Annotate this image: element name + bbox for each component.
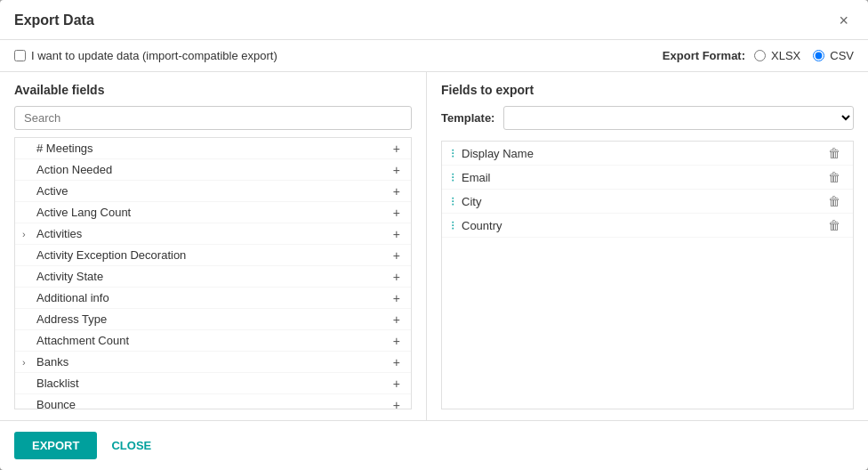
import-compatible-checkbox-label[interactable]: I want to update data (import-compatible…	[14, 49, 277, 62]
field-label: Banks	[36, 355, 390, 369]
add-field-button[interactable]: +	[390, 207, 404, 219]
fields-to-export-title: Fields to export	[441, 83, 854, 97]
export-field-label: Display Name	[462, 147, 824, 160]
available-field-item: › # Meetings +	[15, 138, 411, 159]
delete-field-button[interactable]: 🗑	[824, 195, 844, 207]
export-field-item: ⁝ Display Name 🗑	[442, 142, 853, 166]
add-field-button[interactable]: +	[390, 249, 404, 262]
export-field-item: ⁝ Country 🗑	[442, 214, 853, 238]
available-field-item: › Activities +	[15, 223, 411, 245]
field-label: Activities	[36, 227, 390, 240]
field-label: Bounce	[36, 398, 390, 409]
delete-field-button[interactable]: 🗑	[824, 219, 844, 231]
field-label: Active	[36, 184, 390, 198]
field-label: Attachment Count	[36, 334, 390, 347]
field-label: Activity Exception Decoration	[36, 248, 390, 262]
field-label: Activity State	[36, 270, 390, 283]
drag-handle-icon[interactable]: ⁝	[451, 194, 454, 208]
expand-icon[interactable]: ›	[22, 357, 35, 368]
modal-body: Available fields › # Meetings + › Action…	[0, 72, 868, 420]
template-label: Template:	[441, 111, 494, 125]
export-fields-list: ⁝ Display Name 🗑 ⁝ Email 🗑 ⁝ City 🗑 ⁝ Co…	[441, 141, 854, 409]
add-field-button[interactable]: +	[390, 142, 404, 155]
available-field-item: › Action Needed +	[15, 159, 411, 181]
expand-icon[interactable]: ›	[22, 229, 35, 239]
field-label: # Meetings	[36, 142, 390, 155]
export-field-item: ⁝ Email 🗑	[442, 166, 853, 190]
delete-field-button[interactable]: 🗑	[824, 147, 844, 159]
template-row: Template:	[441, 106, 854, 130]
drag-handle-icon[interactable]: ⁝	[451, 170, 454, 184]
export-field-label: City	[462, 195, 824, 208]
modal-header: Export Data ×	[0, 0, 868, 40]
add-field-button[interactable]: +	[390, 399, 404, 410]
available-field-item: › Address Type +	[15, 309, 411, 330]
field-label: Address Type	[36, 312, 390, 326]
available-field-item: › Active +	[15, 181, 411, 202]
field-label: Active Lang Count	[36, 206, 390, 219]
field-label: Action Needed	[36, 163, 390, 176]
available-fields-list: › # Meetings + › Action Needed + › Activ…	[14, 137, 412, 409]
delete-field-button[interactable]: 🗑	[824, 171, 844, 183]
modal-close-button[interactable]: ×	[833, 11, 854, 30]
available-field-item: › Activity Exception Decoration +	[15, 245, 411, 266]
export-format-section: Export Format: XLSX CSV	[663, 49, 854, 62]
modal-title: Export Data	[14, 12, 94, 28]
add-field-button[interactable]: +	[390, 313, 404, 326]
export-field-item: ⁝ City 🗑	[442, 190, 853, 214]
search-input[interactable]	[14, 106, 412, 130]
add-field-button[interactable]: +	[390, 228, 404, 240]
drag-handle-icon[interactable]: ⁝	[451, 218, 454, 232]
available-field-item: › Additional info +	[15, 288, 411, 309]
close-button[interactable]: CLOSE	[108, 432, 155, 459]
import-compatible-checkbox[interactable]	[14, 50, 26, 61]
csv-radio[interactable]	[813, 50, 824, 61]
export-format-radio-group: XLSX CSV	[754, 49, 854, 62]
add-field-button[interactable]: +	[390, 335, 404, 347]
modal-footer: EXPORT CLOSE	[0, 420, 868, 470]
export-field-label: Country	[462, 219, 824, 232]
available-fields-title: Available fields	[14, 83, 412, 97]
template-select[interactable]	[503, 106, 854, 130]
field-label: Additional info	[36, 291, 390, 304]
add-field-button[interactable]: +	[390, 356, 404, 369]
add-field-button[interactable]: +	[390, 164, 404, 176]
drag-handle-icon[interactable]: ⁝	[451, 146, 454, 160]
field-label: Blacklist	[36, 377, 390, 390]
xlsx-option[interactable]: XLSX	[754, 49, 800, 62]
available-field-item: › Banks +	[15, 352, 411, 373]
available-fields-panel: Available fields › # Meetings + › Action…	[0, 72, 427, 420]
csv-option[interactable]: CSV	[813, 49, 854, 62]
add-field-button[interactable]: +	[390, 377, 404, 390]
available-field-item: › Bounce +	[15, 394, 411, 409]
add-field-button[interactable]: +	[390, 185, 404, 198]
export-field-label: Email	[462, 171, 824, 184]
add-field-button[interactable]: +	[390, 271, 404, 283]
export-format-label: Export Format:	[663, 49, 745, 62]
xlsx-radio[interactable]	[754, 50, 766, 61]
available-field-item: › Active Lang Count +	[15, 202, 411, 223]
add-field-button[interactable]: +	[390, 292, 404, 304]
modal-subheader: I want to update data (import-compatible…	[0, 40, 868, 72]
available-field-item: › Attachment Count +	[15, 330, 411, 352]
available-field-item: › Blacklist +	[15, 373, 411, 394]
available-field-item: › Activity State +	[15, 266, 411, 288]
export-dialog: Export Data × I want to update data (imp…	[0, 0, 868, 470]
export-button[interactable]: EXPORT	[14, 432, 97, 459]
fields-to-export-panel: Fields to export Template: ⁝ Display Nam…	[427, 72, 868, 420]
